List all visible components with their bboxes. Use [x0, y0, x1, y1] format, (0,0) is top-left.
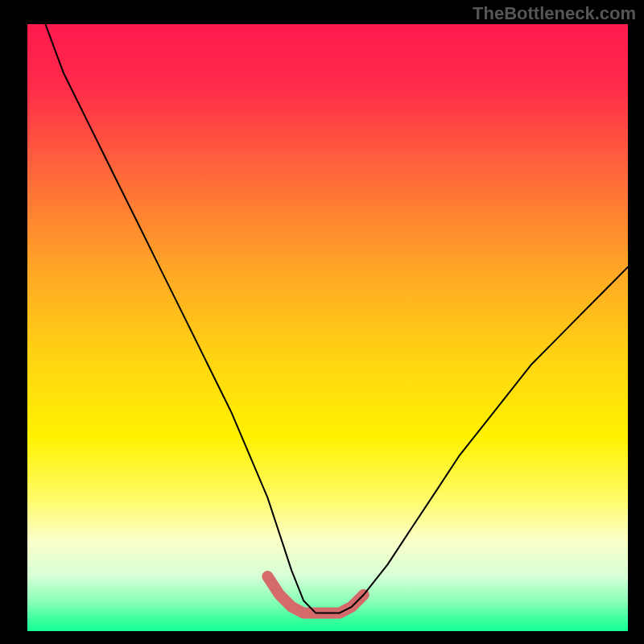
chart-container: TheBottleneck.com [0, 0, 644, 644]
frame-left [0, 0, 27, 644]
plot-area [27, 24, 628, 631]
bottleneck-chart [0, 0, 644, 644]
gradient-bg [27, 24, 628, 631]
frame-right [628, 0, 644, 644]
frame-bottom [0, 631, 644, 644]
watermark-text: TheBottleneck.com [473, 3, 636, 24]
